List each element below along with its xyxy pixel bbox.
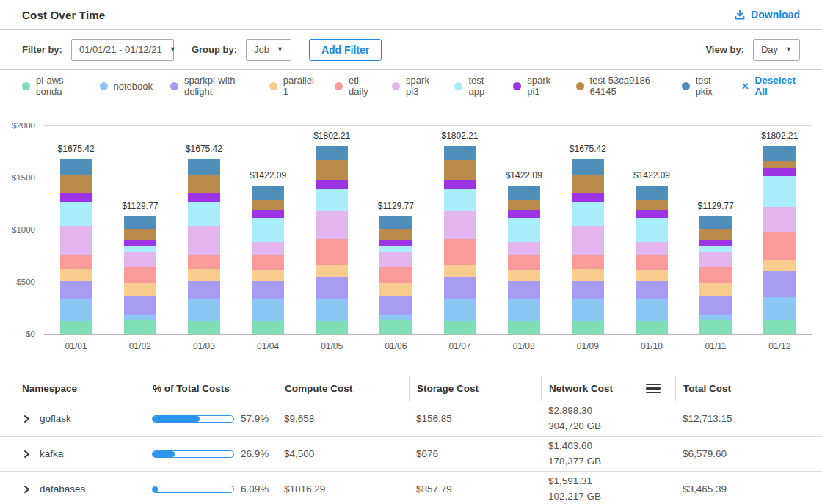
bar-segment-test-pkix[interactable] <box>60 159 92 175</box>
bar-segment-sparkpi-with-delight[interactable] <box>699 296 732 315</box>
bar-01/08[interactable]: $1422.0901/08 <box>508 125 540 334</box>
bar-segment-spark-pi3[interactable] <box>60 226 92 255</box>
bar-segment-etl-daily[interactable] <box>124 267 156 283</box>
bar-segment-test-app[interactable] <box>252 218 284 242</box>
bar-segment-etl-daily[interactable] <box>508 255 540 270</box>
bar-segment-sparkpi-with-delight[interactable] <box>60 281 92 299</box>
bar-segment-test-53ca9186-64145[interactable] <box>379 229 412 239</box>
bar-segment-spark-pi3[interactable] <box>699 252 732 267</box>
bar-segment-pi-aws-conda[interactable] <box>636 321 668 334</box>
bar-segment-test-53ca9186-64145[interactable] <box>124 229 156 239</box>
bar-segment-test-app[interactable] <box>699 246 732 252</box>
bar-01/03[interactable]: $1675.4201/03 <box>188 125 220 334</box>
bar-segment-test-53ca9186-64145[interactable] <box>252 200 284 210</box>
bar-segment-spark-pi1[interactable] <box>444 180 476 189</box>
bar-segment-test-app[interactable] <box>124 246 156 252</box>
bar-segment-parallel-1[interactable] <box>316 265 348 277</box>
bar-segment-parallel-1[interactable] <box>252 270 284 281</box>
bar-segment-test-53ca9186-64145[interactable] <box>444 160 476 180</box>
bar-segment-spark-pi3[interactable] <box>636 242 668 255</box>
bar-segment-spark-pi1[interactable] <box>636 210 668 218</box>
bar-segment-test-53ca9186-64145[interactable] <box>316 160 348 180</box>
namespace-cell[interactable]: databases <box>22 483 145 494</box>
bar-segment-pi-aws-conda[interactable] <box>763 320 796 334</box>
bar-segment-test-app[interactable] <box>188 202 220 226</box>
bar-segment-spark-pi1[interactable] <box>508 210 540 218</box>
legend-item-pi-aws-conda[interactable]: pi-aws-conda <box>22 75 82 97</box>
bar-segment-spark-pi1[interactable] <box>60 193 92 202</box>
bar-segment-test-app[interactable] <box>316 189 348 211</box>
deselect-all-button[interactable]: ✕Deselect All <box>741 75 800 97</box>
bar-segment-test-pkix[interactable] <box>188 159 220 175</box>
bar-segment-parallel-1[interactable] <box>699 283 732 296</box>
bar-segment-spark-pi1[interactable] <box>699 240 732 247</box>
bar-01/01[interactable]: $1675.4201/01 <box>60 125 92 334</box>
bar-segment-parallel-1[interactable] <box>444 265 476 277</box>
bar-segment-test-pkix[interactable] <box>124 216 156 230</box>
bar-segment-spark-pi3[interactable] <box>316 211 348 239</box>
bar-segment-test-pkix[interactable] <box>699 216 732 230</box>
bar-segment-pi-aws-conda[interactable] <box>572 321 604 334</box>
bar-segment-sparkpi-with-delight[interactable] <box>124 296 156 315</box>
bar-segment-notebook[interactable] <box>379 315 412 320</box>
bar-segment-parallel-1[interactable] <box>60 269 92 281</box>
legend-item-spark-pi1[interactable]: spark-pi1 <box>513 75 558 97</box>
legend-item-spark-pi3[interactable]: spark-pi3 <box>392 75 437 97</box>
bar-segment-pi-aws-conda[interactable] <box>60 321 92 334</box>
bar-segment-parallel-1[interactable] <box>508 270 540 281</box>
bar-segment-spark-pi1[interactable] <box>763 168 796 177</box>
bar-segment-etl-daily[interactable] <box>252 255 284 270</box>
bar-segment-test-pkix[interactable] <box>252 186 284 200</box>
bar-01/11[interactable]: $1129.7701/11 <box>699 125 732 334</box>
bar-segment-pi-aws-conda[interactable] <box>124 320 156 334</box>
bar-segment-test-pkix[interactable] <box>763 146 796 161</box>
bar-segment-test-app[interactable] <box>572 202 604 226</box>
bar-01/07[interactable]: $1802.2101/07 <box>444 125 476 334</box>
bar-segment-notebook[interactable] <box>572 299 604 321</box>
bar-segment-notebook[interactable] <box>316 299 348 321</box>
bar-segment-parallel-1[interactable] <box>572 269 604 281</box>
legend-item-test-pkix[interactable]: test-pkix <box>682 75 724 97</box>
bar-segment-sparkpi-with-delight[interactable] <box>379 296 412 315</box>
bar-segment-test-53ca9186-64145[interactable] <box>572 175 604 193</box>
bar-segment-test-53ca9186-64145[interactable] <box>188 175 220 193</box>
bar-segment-etl-daily[interactable] <box>572 255 604 269</box>
bar-segment-spark-pi3[interactable] <box>379 252 412 267</box>
bar-segment-parallel-1[interactable] <box>763 260 796 271</box>
bar-segment-pi-aws-conda[interactable] <box>252 321 284 334</box>
bar-segment-test-53ca9186-64145[interactable] <box>763 161 796 168</box>
namespace-cell[interactable]: goflask <box>22 413 145 424</box>
bar-segment-etl-daily[interactable] <box>444 239 476 266</box>
bar-segment-etl-daily[interactable] <box>316 239 348 266</box>
bar-segment-notebook[interactable] <box>60 299 92 321</box>
bar-segment-parallel-1[interactable] <box>188 269 220 281</box>
bar-segment-pi-aws-conda[interactable] <box>699 320 732 334</box>
bar-segment-spark-pi1[interactable] <box>316 180 348 189</box>
bar-segment-test-53ca9186-64145[interactable] <box>636 200 668 210</box>
bar-segment-test-53ca9186-64145[interactable] <box>508 200 540 210</box>
download-button[interactable]: Download <box>734 9 800 21</box>
bar-segment-spark-pi1[interactable] <box>379 240 412 247</box>
bar-segment-sparkpi-with-delight[interactable] <box>508 281 540 299</box>
group-by-select[interactable]: Job ▼ <box>246 39 291 61</box>
bar-segment-test-pkix[interactable] <box>379 216 412 230</box>
bar-segment-test-app[interactable] <box>508 218 540 242</box>
bar-segment-etl-daily[interactable] <box>763 232 796 260</box>
bar-segment-spark-pi1[interactable] <box>572 193 604 202</box>
bar-segment-pi-aws-conda[interactable] <box>188 321 220 334</box>
bar-segment-spark-pi3[interactable] <box>572 226 604 255</box>
bar-segment-test-pkix[interactable] <box>444 146 476 160</box>
bar-segment-test-53ca9186-64145[interactable] <box>60 175 92 193</box>
bar-segment-sparkpi-with-delight[interactable] <box>444 277 476 299</box>
bar-segment-pi-aws-conda[interactable] <box>316 321 348 334</box>
bar-segment-notebook[interactable] <box>124 315 156 320</box>
bar-segment-spark-pi1[interactable] <box>124 240 156 247</box>
bar-segment-parallel-1[interactable] <box>636 270 668 281</box>
legend-item-test-app[interactable]: test-app <box>454 75 495 97</box>
bar-segment-pi-aws-conda[interactable] <box>508 321 540 334</box>
bar-segment-spark-pi3[interactable] <box>252 242 284 255</box>
add-filter-button[interactable]: Add Filter <box>309 39 382 61</box>
bar-segment-pi-aws-conda[interactable] <box>379 320 412 334</box>
bar-segment-etl-daily[interactable] <box>699 267 732 283</box>
bar-segment-notebook[interactable] <box>444 299 476 321</box>
